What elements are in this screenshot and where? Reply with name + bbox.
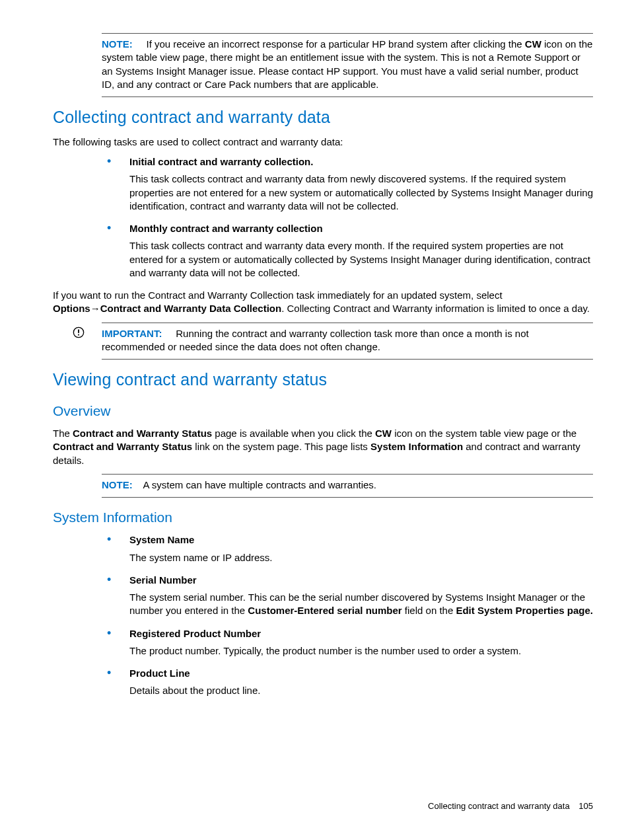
subsection-system-information: System Information — [53, 508, 593, 527]
text: If you want to run the Contract and Warr… — [53, 289, 503, 301]
section-heading-collecting: Collecting contract and warranty data — [53, 106, 593, 129]
svg-rect-2 — [78, 334, 79, 335]
list-item-title: Product Line — [129, 667, 593, 680]
collection-paragraph: If you want to run the Contract and Warr… — [53, 289, 593, 316]
text: icon on the system table view page or th… — [392, 428, 577, 439]
list-item-desc: This task collects contract and warranty… — [129, 172, 593, 213]
list-item: Initial contract and warranty collection… — [53, 155, 593, 213]
overview-paragraph: The Contract and Warranty Status page is… — [53, 427, 593, 467]
bold: System Information — [370, 441, 463, 452]
important-icon — [73, 326, 85, 338]
task-list: Initial contract and warranty collection… — [53, 155, 593, 280]
list-item-title: System Name — [129, 533, 593, 547]
system-info-list: System Name The system name or IP addres… — [53, 533, 593, 697]
svg-rect-1 — [78, 329, 79, 332]
note-block: NOTE: If you receive an incorrect respon… — [102, 33, 593, 97]
list-item: Registered Product Number The product nu… — [53, 627, 593, 658]
list-item-title: Registered Product Number — [129, 627, 593, 640]
important-block: IMPORTANT: Running the contract and warr… — [102, 323, 593, 360]
note-bold-cw: CW — [525, 38, 542, 50]
bold: Contract and Warranty Status — [73, 428, 212, 439]
subsection-overview: Overview — [53, 402, 593, 420]
list-item: Monthly contract and warranty collection… — [53, 222, 593, 280]
text: . Collecting Contract and Warranty infor… — [281, 303, 590, 314]
note-text: A system can have multiple contracts and… — [143, 479, 377, 490]
note-text: If you receive an incorrect response for… — [147, 38, 525, 50]
bold: Contract and Warranty Status — [53, 441, 192, 452]
bold: Edit System Properties page. — [456, 605, 593, 616]
list-item-desc: The product number. Typically, the produ… — [129, 644, 593, 658]
text: link on the system page. This page lists — [192, 441, 370, 452]
page-number: 105 — [578, 801, 593, 811]
document-page: NOTE: If you receive an incorrect respon… — [0, 0, 630, 840]
list-item-desc: The system name or IP address. — [129, 551, 593, 564]
menu-bold: Contract and Warranty Data Collection — [100, 303, 281, 314]
list-item-title: Monthly contract and warranty collection — [129, 222, 593, 235]
list-item-desc: The system serial number. This can be th… — [129, 591, 593, 618]
text: field on the — [402, 605, 456, 616]
footer-text: Collecting contract and warranty data — [428, 801, 570, 811]
list-item-title: Initial contract and warranty collection… — [129, 155, 593, 169]
options-bold: Options — [53, 303, 90, 314]
section-heading-viewing: Viewing contract and warranty status — [53, 369, 593, 391]
list-item-title: Serial Number — [129, 574, 593, 587]
text: page is available when you click the — [212, 428, 375, 439]
list-item: System Name The system name or IP addres… — [53, 533, 593, 564]
note-block: NOTE: A system can have multiple contrac… — [102, 474, 593, 498]
text: The — [53, 428, 73, 439]
bold: CW — [375, 428, 392, 439]
arrow: → — [90, 303, 100, 314]
important-label: IMPORTANT: — [102, 328, 162, 339]
note-label: NOTE: — [102, 38, 133, 50]
list-item-desc: Details about the product line. — [129, 684, 593, 697]
bold: Customer-Entered serial number — [248, 605, 402, 616]
intro-paragraph: The following tasks are used to collect … — [53, 135, 593, 149]
note-label: NOTE: — [102, 479, 133, 490]
list-item: Serial Number The system serial number. … — [53, 574, 593, 618]
list-item: Product Line Details about the product l… — [53, 667, 593, 698]
list-item-desc: This task collects contract and warranty… — [129, 239, 593, 280]
page-footer: Collecting contract and warranty data 10… — [428, 800, 593, 812]
important-text: Running the contract and warranty collec… — [102, 328, 529, 352]
